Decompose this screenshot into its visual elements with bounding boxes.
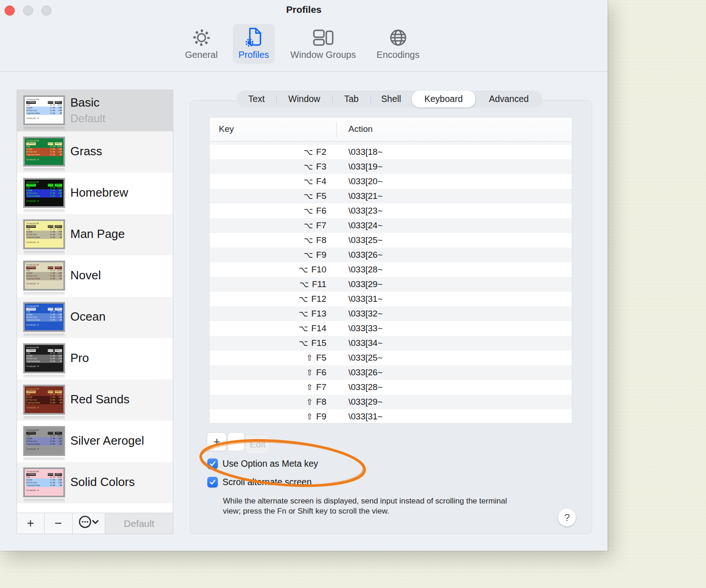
key-mapping-row[interactable]: ⌥F9\033[26~ bbox=[210, 248, 572, 262]
profile-name: Man Page bbox=[70, 227, 125, 241]
add-key-button[interactable]: + bbox=[207, 432, 227, 451]
profile-thumbnail: Terminal3#COMMAND%CPURPRVTtop4.1%231KXco… bbox=[23, 261, 65, 290]
key-mapping-row[interactable]: ⌥F14\033[33~ bbox=[210, 321, 572, 336]
key-mapping-row[interactable]: ⌥F15\033[34~ bbox=[210, 336, 572, 351]
toolbar-item-window-groups[interactable]: Window Groups bbox=[285, 24, 361, 64]
action-cell: \033[31~ bbox=[336, 294, 383, 304]
profile-thumbnail: Terminal3#COMMAND%CPURPRVTtop4.1%231KXco… bbox=[23, 220, 65, 249]
profile-row-ocean[interactable]: Terminal3#COMMAND%CPURPRVTtop4.1%231KXco… bbox=[17, 297, 173, 338]
key-mapping-row[interactable]: ⇧F9\033[31~ bbox=[210, 409, 572, 424]
option-key-icon: ⌥ bbox=[304, 250, 313, 260]
profile-actions-menu-button[interactable] bbox=[73, 513, 105, 534]
option-key-icon: ⌥ bbox=[299, 280, 308, 289]
option-key-icon: ⌥ bbox=[304, 162, 313, 171]
toolbar-item-encodings[interactable]: Encodings bbox=[371, 24, 425, 64]
mini-terminal-row: loginwindow0.0%4M bbox=[26, 112, 62, 115]
remove-profile-button[interactable]: − bbox=[45, 513, 73, 534]
tab-shell[interactable]: Shell bbox=[370, 90, 412, 107]
key-mapping-row[interactable]: ⌥F4\033[20~ bbox=[210, 174, 572, 189]
checkbox-checked-icon[interactable] bbox=[207, 477, 218, 487]
action-cell: \033[19~ bbox=[336, 162, 383, 172]
key-mapping-row[interactable]: ⇧F6\033[26~ bbox=[210, 365, 572, 380]
help-button[interactable]: ? bbox=[558, 509, 576, 526]
checkbox-label: Scroll alternate screen bbox=[222, 477, 312, 487]
mini-terminal-row: loginwindow0.0%4M bbox=[26, 360, 62, 363]
checkbox-label: Use Option as Meta key bbox=[222, 458, 318, 469]
key-mapping-row[interactable]: ⌥F11\033[29~ bbox=[210, 277, 572, 292]
key-mapping-row[interactable]: ⌥F10\033[28~ bbox=[210, 262, 572, 277]
terminal-preferences-window: Profiles GeneralProfilesWindow GroupsEnc… bbox=[0, 0, 608, 551]
tab-text[interactable]: Text bbox=[237, 90, 276, 107]
key-mapping-row[interactable]: ⌥F12\033[31~ bbox=[210, 292, 572, 306]
tab-keyboard[interactable]: Keyboard bbox=[412, 90, 475, 107]
profile-thumbnail: Terminal3#COMMAND%CPURPRVTtop4.1%231KXco… bbox=[23, 178, 65, 208]
key-mapping-row[interactable]: ⌥F6\033[23~ bbox=[210, 204, 572, 218]
toolbar-item-general[interactable]: General bbox=[179, 24, 223, 64]
action-cell: \033[29~ bbox=[336, 279, 383, 289]
mini-terminal-row: loginwindow0.0%4M bbox=[26, 153, 62, 156]
profile-row-novel[interactable]: Terminal3#COMMAND%CPURPRVTtop4.1%231KXco… bbox=[17, 255, 173, 297]
key-cell: ⇧F7 bbox=[210, 382, 336, 392]
profile-row-man-page[interactable]: Terminal3#COMMAND%CPURPRVTtop4.1%231KXco… bbox=[17, 214, 173, 255]
set-default-button[interactable]: Default bbox=[105, 513, 173, 534]
thumbnail-reflection bbox=[23, 127, 65, 131]
key-mapping-row[interactable]: ⌥F2\033[18~ bbox=[210, 145, 572, 159]
profile-thumbnail: Terminal3#COMMAND%CPURPRVTtop4.1%231KXco… bbox=[23, 385, 65, 414]
action-cell: \033[31~ bbox=[336, 412, 383, 422]
key-mapping-row[interactable]: ⇧F7\033[28~ bbox=[210, 380, 572, 395]
action-cell: \033[32~ bbox=[336, 309, 383, 319]
profile-row-solid-colors[interactable]: Terminal3#COMMAND%CPURPRVTtop4.1%231KXco… bbox=[17, 462, 173, 503]
profile-row-grass[interactable]: Terminal3#COMMAND%CPURPRVTtop4.1%231KXco… bbox=[17, 131, 173, 173]
profile-thumbnail: Terminal3#COMMAND%CPURPRVTtop4.1%231KXco… bbox=[23, 302, 65, 332]
action-cell: \033[26~ bbox=[336, 250, 383, 260]
key-cell: ⌥F11 bbox=[210, 279, 336, 289]
option-key-icon: ⌥ bbox=[299, 309, 308, 318]
shift-key-icon: ⇧ bbox=[306, 383, 313, 392]
action-cell: \033[21~ bbox=[336, 191, 383, 201]
action-cell: \033[29~ bbox=[336, 397, 383, 407]
window-groups-icon bbox=[313, 27, 334, 49]
mini-terminal-prompt: Terminal # bbox=[26, 365, 62, 368]
profile-name: Homebrew bbox=[70, 186, 128, 200]
profile-row-basic[interactable]: Terminal3#COMMAND%CPURPRVTtop4.1%231KXco… bbox=[17, 90, 173, 131]
key-mapping-row[interactable]: ⌥F7\033[24~ bbox=[210, 218, 572, 233]
key-cell: ⌥F10 bbox=[210, 265, 336, 275]
key-mapping-row[interactable]: ⌥F8\033[25~ bbox=[210, 233, 572, 248]
profile-row-homebrew[interactable]: Terminal3#COMMAND%CPURPRVTtop4.1%231KXco… bbox=[17, 173, 173, 214]
titlebar: Profiles GeneralProfilesWindow GroupsEnc… bbox=[0, 0, 608, 72]
key-mapping-row[interactable]: ⌥F5\033[21~ bbox=[210, 189, 572, 204]
edit-key-button[interactable]: Edit bbox=[245, 435, 270, 454]
tab-window[interactable]: Window bbox=[276, 90, 332, 107]
option-key-icon: ⌥ bbox=[299, 294, 308, 304]
column-divider bbox=[336, 122, 337, 137]
mini-terminal-preview: Terminal3#COMMAND%CPURPRVTtop4.1%231KXco… bbox=[25, 262, 63, 289]
profile-thumbnail: Terminal3#COMMAND%CPURPRVTtop4.1%231KXco… bbox=[23, 426, 65, 456]
key-mapping-row[interactable]: ⌥F3\033[19~ bbox=[210, 159, 572, 174]
thumbnail-reflection bbox=[23, 209, 65, 214]
thumbnail-reflection bbox=[23, 375, 65, 379]
checkbox-scroll-alternate-screen[interactable]: Scroll alternate screen bbox=[207, 477, 312, 487]
mini-terminal-preview: Terminal3#COMMAND%CPURPRVTtop4.1%231KXco… bbox=[25, 428, 63, 454]
checkbox-use-option-as-meta-key[interactable]: Use Option as Meta key bbox=[207, 458, 318, 469]
add-profile-button[interactable]: + bbox=[17, 513, 45, 534]
mini-terminal-preview: Terminal3#COMMAND%CPURPRVTtop4.1%231KXco… bbox=[25, 221, 63, 248]
action-cell: \033[34~ bbox=[336, 338, 383, 348]
mini-terminal-prompt: Terminal # bbox=[26, 200, 62, 203]
key-mapping-row[interactable]: ⌥F13\033[32~ bbox=[210, 306, 572, 321]
key-cell: ⌥F3 bbox=[210, 162, 336, 172]
profile-thumbnail: Terminal3#COMMAND%CPURPRVTtop4.1%231KXco… bbox=[23, 96, 65, 125]
key-cell: ⌥F4 bbox=[210, 176, 336, 187]
key-mapping-row[interactable]: ⇧F5\033[25~ bbox=[210, 351, 572, 365]
tab-tab[interactable]: Tab bbox=[332, 90, 370, 107]
action-cell: \033[28~ bbox=[336, 382, 383, 392]
key-mapping-row[interactable]: ⇧F8\033[29~ bbox=[210, 395, 572, 409]
tab-advanced[interactable]: Advanced bbox=[475, 90, 542, 107]
checkbox-checked-icon[interactable] bbox=[207, 458, 218, 469]
remove-key-button[interactable]: − bbox=[228, 432, 245, 451]
profile-row-red-sands[interactable]: Terminal3#COMMAND%CPURPRVTtop4.1%231KXco… bbox=[17, 379, 173, 421]
profile-thumbnail: Terminal3#COMMAND%CPURPRVTtop4.1%231KXco… bbox=[23, 137, 65, 166]
profile-row-pro[interactable]: Terminal3#COMMAND%CPURPRVTtop4.1%231KXco… bbox=[17, 338, 173, 379]
profile-row-silver-aerogel[interactable]: Terminal3#COMMAND%CPURPRVTtop4.1%231KXco… bbox=[17, 421, 173, 462]
profile-list: Terminal3#COMMAND%CPURPRVTtop4.1%231KXco… bbox=[17, 90, 173, 534]
toolbar-item-profiles[interactable]: Profiles bbox=[233, 24, 275, 64]
